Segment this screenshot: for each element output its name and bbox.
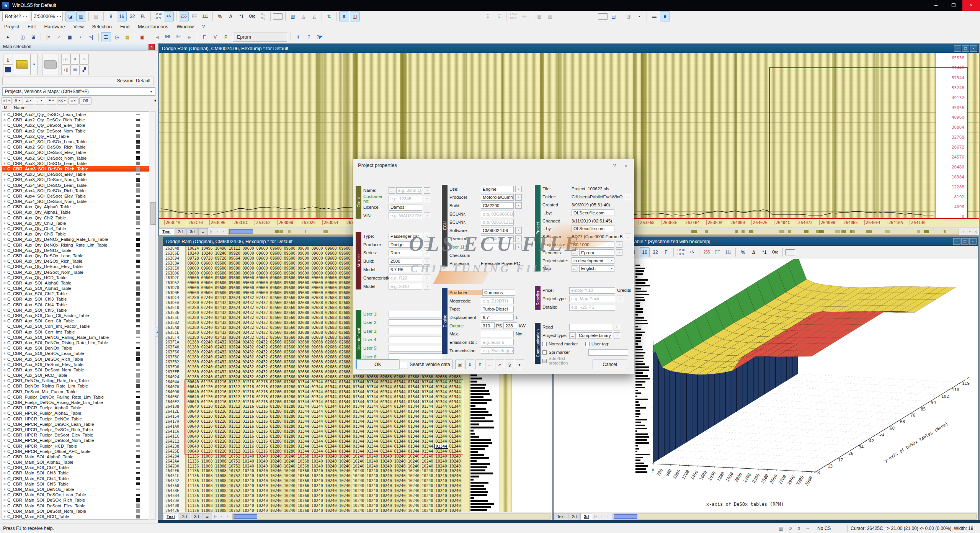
hex-cell[interactable]: 10240 <box>366 469 379 473</box>
panel-tool-button[interactable]: ▯+ <box>61 54 70 64</box>
hex-cell[interactable]: 11008 <box>214 459 228 463</box>
hex-cell[interactable]: 02432 <box>242 311 255 315</box>
hex-cell[interactable]: 02560 <box>269 335 283 340</box>
hex-cell[interactable]: 02560 <box>269 360 283 364</box>
hex-cell[interactable]: 02688 <box>310 301 324 305</box>
toolbar-icon[interactable]: ▬ <box>649 11 659 21</box>
hex-cell[interactable]: 02432 <box>214 316 228 320</box>
hex-cell[interactable]: 02688 <box>338 306 352 310</box>
hex-cell[interactable]: 09600 <box>297 261 310 265</box>
hex-cell[interactable]: 01344 <box>448 385 462 389</box>
hex-cell[interactable]: 10368 <box>297 494 310 498</box>
hex-cell[interactable]: 01344 <box>421 400 434 404</box>
list-item[interactable]: ∗C_CBR_Aux2_Qty_DeSOx_Rich_Table <box>2 117 149 123</box>
toolbar-icon[interactable]: FF <box>712 247 722 257</box>
hex-cell[interactable]: 01216 <box>255 380 269 384</box>
hex-cell[interactable]: 02688 <box>310 365 324 369</box>
hex-cell[interactable]: 02560 <box>283 296 297 300</box>
hex-cell[interactable]: 10240 <box>200 251 214 255</box>
paste-icon[interactable]: ▣ <box>455 360 464 369</box>
hex-cell[interactable]: 01344 <box>366 439 379 443</box>
hex-cell[interactable]: 10240 <box>255 479 269 483</box>
search-vehicle-data-button[interactable]: Search vehicle data <box>407 360 453 369</box>
hex-cell[interactable]: 02688 <box>338 325 352 330</box>
hex-cell[interactable]: 01344 <box>366 414 379 419</box>
hex-cell[interactable]: 10240 <box>283 474 297 478</box>
hex-cell[interactable]: 01344 <box>393 444 407 448</box>
hex-cell[interactable]: 09600 <box>269 291 283 295</box>
hex-cell[interactable]: 01344 <box>338 444 352 448</box>
hex-cell[interactable]: 10240 <box>283 504 297 508</box>
hex-cell[interactable]: 01280 <box>283 380 297 384</box>
hex-cell[interactable]: 01216 <box>255 414 269 419</box>
window-minimize-icon[interactable]: ─ <box>954 45 961 52</box>
hex-cell[interactable]: 10240 <box>269 454 283 458</box>
hex-cell[interactable]: 11136 <box>186 479 200 483</box>
hex-cell[interactable]: 02432 <box>214 365 228 369</box>
hex-cell[interactable]: 10240 <box>338 454 352 458</box>
hex-cell[interactable]: 01312 <box>228 395 242 399</box>
hex-cell[interactable]: 10240 <box>186 251 200 255</box>
zoom-spinner[interactable]: Z:50000%▲ ▼ <box>31 12 63 21</box>
hex-cell[interactable]: 01280 <box>186 335 200 340</box>
horizontal-scrollbar[interactable] <box>612 513 977 520</box>
toolbar-icon[interactable]: 16 <box>117 11 127 21</box>
hex-cell[interactable]: 02432 <box>214 355 228 359</box>
expand-button[interactable]: › <box>515 244 522 250</box>
hex-cell[interactable]: 10240 <box>324 474 338 478</box>
hex-cell[interactable]: 10240 <box>393 479 407 483</box>
hex-cell[interactable]: 02432 <box>242 355 255 359</box>
list-item[interactable]: ∗C_CBR_Fuelpr_DeNOx_Falling_Rate_Lim_Tab… <box>2 394 149 400</box>
list-item[interactable]: ∗C_CBR_Aux3_SOI_DeSOx_Lean_Table <box>2 161 149 166</box>
hex-cell[interactable]: 10240 <box>338 494 352 498</box>
hex-cell[interactable]: 01344 <box>324 414 338 419</box>
hex-cell[interactable]: 10240 <box>310 459 324 463</box>
dialog-close-icon[interactable]: × <box>622 162 630 169</box>
hex-cell[interactable]: 02624 <box>228 350 242 354</box>
hex-cell[interactable]: 11008 <box>200 459 214 463</box>
hex-cell[interactable]: 10368 <box>297 459 310 463</box>
list-item[interactable]: ∗C_CBR_Aux_SOI_Corr_Clt_Table <box>2 318 149 324</box>
hex-cell[interactable]: 09600 <box>283 291 297 295</box>
hex-cell[interactable]: 02432 <box>255 340 269 344</box>
minimize-button[interactable]: ─ <box>927 0 945 11</box>
toolbar-icon[interactable]: ▤ <box>122 32 132 42</box>
hex-cell[interactable]: 10240 <box>421 474 434 478</box>
hex-cell[interactable]: 09600 <box>269 271 283 275</box>
hex-cell[interactable]: 01280 <box>269 395 283 399</box>
dialog-help-icon[interactable]: ? <box>610 162 619 169</box>
list-item[interactable]: ∗C_CBR_HPCR_Fuelpr_Offset_AFC_Table <box>2 449 149 454</box>
hex-cell[interactable]: 01344 <box>324 424 338 428</box>
hex-cell[interactable]: 01280 <box>186 320 200 325</box>
input-field[interactable]: e.g. Switch gear <box>481 347 514 354</box>
input-field[interactable]: Eprom <box>579 249 614 256</box>
hex-cell[interactable]: 09600 <box>338 271 352 275</box>
hex-cell[interactable]: 09600 <box>310 266 324 270</box>
hex-cell[interactable]: 10240 <box>255 459 269 463</box>
hex-cell[interactable]: 09600 <box>297 266 310 270</box>
hex-cell[interactable]: 02688 <box>338 365 352 369</box>
hex-cell[interactable]: 01120 <box>200 419 214 423</box>
hex-cell[interactable]: 10240 <box>379 494 393 498</box>
hex-cell[interactable]: 10240 <box>310 499 324 503</box>
hex-cell[interactable]: 01344 <box>310 449 324 453</box>
hex-cell[interactable]: 02688 <box>310 320 324 325</box>
hex-cell[interactable]: 10240 <box>448 454 462 458</box>
toolbar-icon[interactable]: 8 <box>106 11 116 21</box>
hex-cell[interactable]: 02560 <box>269 325 283 330</box>
hex-cell[interactable]: 09600 <box>200 271 214 275</box>
hex-cell[interactable]: 09600 <box>255 261 269 265</box>
input-field[interactable]: e.g. 03G906016GN <box>481 211 514 217</box>
hex-cell[interactable]: 02560 <box>283 370 297 374</box>
hex-cell[interactable]: 01344 <box>448 390 462 394</box>
hex-cell[interactable]: 02240 <box>200 375 214 379</box>
toolbar-icon[interactable]: ▣ <box>137 32 147 42</box>
expand-button[interactable]: › <box>424 266 430 273</box>
scrollbar-thumb[interactable] <box>614 514 637 519</box>
list-item[interactable]: ∗C_CBR_Aux_Qty_DeSoot_Elev_Table <box>2 264 149 269</box>
toolbar-icon[interactable]: ⠿ <box>494 11 504 21</box>
more-button[interactable]: … <box>569 332 576 339</box>
hex-cell[interactable]: 02624 <box>228 375 242 379</box>
hex-cell[interactable]: 11008 <box>200 489 214 493</box>
list-item[interactable]: ∗C_CBR_Aux_SOI_DeSoot_Nom_Table <box>2 367 149 373</box>
